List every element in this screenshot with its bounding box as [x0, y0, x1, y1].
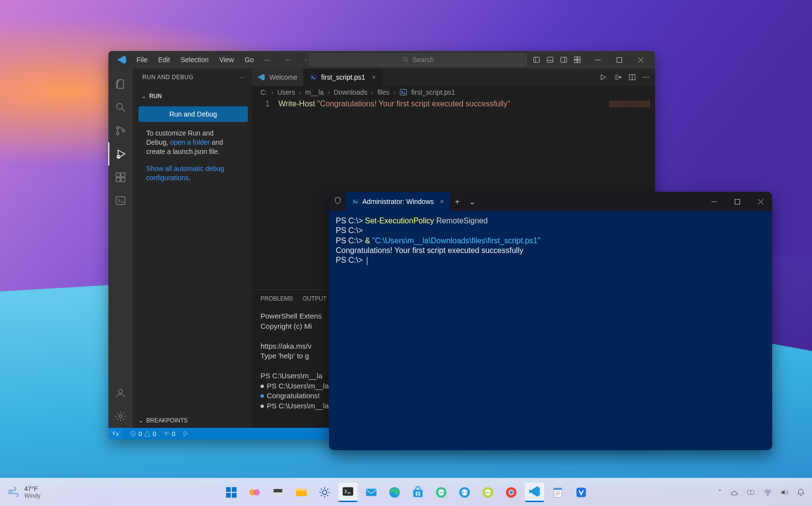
onedrive-icon[interactable] [729, 488, 738, 497]
weather-cond: Windy [24, 492, 40, 499]
svg-rect-18 [121, 173, 125, 177]
problems-status[interactable]: 0 0 [130, 430, 156, 438]
svg-rect-7 [578, 60, 580, 63]
debug-status[interactable] [182, 430, 189, 437]
run-section-header[interactable]: ⌄ RUN [138, 90, 244, 102]
sidebar-more-icon[interactable]: ··· [240, 74, 245, 81]
tab-first-script[interactable]: first_script.ps1 × [304, 68, 382, 86]
volume-icon[interactable] [780, 488, 789, 497]
svg-rect-62 [554, 488, 562, 490]
customize-layout-icon[interactable] [573, 56, 581, 64]
svg-rect-16 [116, 178, 120, 182]
maximize-button[interactable] [726, 192, 749, 211]
menu-selection[interactable]: Selection [176, 53, 214, 67]
svg-rect-3 [561, 57, 567, 63]
taskbar-store-icon[interactable] [408, 483, 428, 502]
taskbar-taskview-icon[interactable] [268, 483, 288, 502]
run-selection-icon[interactable] [614, 73, 622, 81]
taskbar-mail-icon[interactable] [362, 483, 381, 502]
ports-status[interactable]: 0 [163, 430, 175, 438]
remote-indicator[interactable] [108, 428, 123, 439]
run-debug-icon[interactable] [108, 142, 133, 166]
taskbar-terminal-icon[interactable] [338, 483, 358, 502]
breakpoints-section[interactable]: ⌄ BREAKPOINTS [133, 413, 252, 428]
search-panel-icon[interactable] [108, 96, 133, 119]
taskbar-settings-icon[interactable] [315, 483, 334, 502]
explorer-icon[interactable] [108, 72, 133, 96]
menu-more[interactable]: ··· [259, 53, 275, 67]
radio-tower-icon [163, 430, 170, 437]
taskbar-copilot-icon[interactable] [245, 483, 264, 502]
language-icon[interactable] [746, 489, 756, 496]
taskbar-edge-icon[interactable] [385, 483, 404, 502]
system-tray[interactable]: ˄ [718, 488, 805, 497]
command-center[interactable]: Search [309, 53, 527, 66]
panel-tab-problems[interactable]: PROBLEMS [260, 295, 293, 302]
taskbar-explorer-icon[interactable] [292, 483, 311, 502]
menu-go[interactable]: Go [240, 53, 259, 67]
close-button[interactable] [749, 192, 772, 211]
run-and-debug-button[interactable]: Run and Debug [138, 106, 248, 122]
start-button[interactable] [222, 483, 241, 502]
menu-view[interactable]: View [214, 53, 239, 67]
layout-panel-icon[interactable] [546, 56, 554, 64]
extensions-icon[interactable] [108, 166, 133, 189]
wifi-icon[interactable] [763, 488, 772, 497]
search-icon [402, 56, 410, 64]
minimize-button[interactable] [587, 52, 608, 67]
svg-rect-63 [576, 488, 586, 497]
svg-rect-24 [400, 89, 407, 95]
layout-sidebar-right-icon[interactable] [560, 56, 568, 64]
nav-back-icon[interactable]: ← [285, 55, 293, 64]
svg-rect-30 [226, 487, 231, 492]
tab-welcome[interactable]: Welcome [252, 68, 304, 86]
panel-tab-output[interactable]: OUTPUT [303, 295, 327, 302]
new-tab-button[interactable]: ＋ [450, 192, 465, 211]
svg-rect-46 [418, 491, 420, 493]
taskbar-notepad-icon[interactable] [548, 483, 568, 502]
taskbar[interactable]: 47°F Windy CAN BETA DEV ˄ [0, 478, 812, 506]
minimize-button[interactable] [702, 192, 726, 211]
tab-more-icon[interactable]: ··· [643, 73, 649, 82]
terminal-body[interactable]: PS C:\> Set-ExecutionPolicy RemoteSigned… [329, 211, 772, 450]
nav-forward-icon[interactable]: → [301, 55, 309, 64]
vscode-tab-icon [258, 73, 265, 81]
account-icon[interactable] [108, 381, 133, 405]
close-button[interactable] [630, 52, 651, 67]
split-editor-icon[interactable] [628, 73, 636, 81]
tray-chevron-icon[interactable]: ˄ [718, 489, 722, 496]
layout-sidebar-left-icon[interactable] [533, 56, 540, 64]
open-folder-link[interactable]: open a folder [170, 138, 210, 146]
taskbar-chrome-icon[interactable] [501, 483, 521, 502]
taskbar-pinned: CAN BETA DEV [222, 483, 591, 502]
taskbar-edge-beta-icon[interactable]: BETA [455, 483, 474, 502]
weather-widget[interactable]: 47°F Windy [7, 485, 40, 499]
taskbar-edge-dev-icon[interactable]: DEV [478, 483, 498, 502]
run-file-icon[interactable] [599, 73, 607, 81]
svg-text:CAN: CAN [438, 491, 445, 494]
editor-tabs: Welcome first_script.ps1 × ··· [252, 68, 655, 86]
taskbar-edge-can-icon[interactable]: CAN [432, 483, 451, 502]
close-tab-icon[interactable]: × [372, 73, 376, 81]
maximize-button[interactable] [608, 52, 630, 67]
source-control-icon[interactable] [108, 119, 133, 142]
shield-icon [334, 197, 342, 206]
vscode-titlebar[interactable]: File Edit Selection View Go ··· ← → Sear… [108, 51, 655, 68]
close-tab-icon[interactable]: × [440, 198, 444, 205]
taskbar-app-icon[interactable] [571, 483, 591, 502]
sidebar-help-1: To customize Run and Debug, open a folde… [138, 129, 244, 156]
terminal-tab[interactable]: Administrator: Windows Powe × [346, 192, 450, 211]
show-auto-configs-link[interactable]: Show all automatic debug configurations [146, 165, 224, 182]
svg-point-13 [122, 130, 125, 132]
minimap[interactable] [609, 101, 650, 107]
terminal-titlebar[interactable]: Administrator: Windows Powe × ＋ ⌄ [329, 192, 772, 211]
breadcrumb[interactable]: C:› Users› m__la› Downloads› files› firs… [252, 86, 655, 99]
tab-dropdown-icon[interactable]: ⌄ [465, 192, 479, 211]
taskbar-vscode-icon[interactable] [525, 483, 544, 502]
menu-edit[interactable]: Edit [154, 53, 175, 67]
menu-file[interactable]: File [132, 53, 153, 67]
settings-gear-icon[interactable] [108, 405, 133, 428]
powershell-ext-icon[interactable] [108, 189, 133, 212]
layout-controls [533, 56, 581, 64]
notification-icon[interactable] [796, 488, 805, 497]
